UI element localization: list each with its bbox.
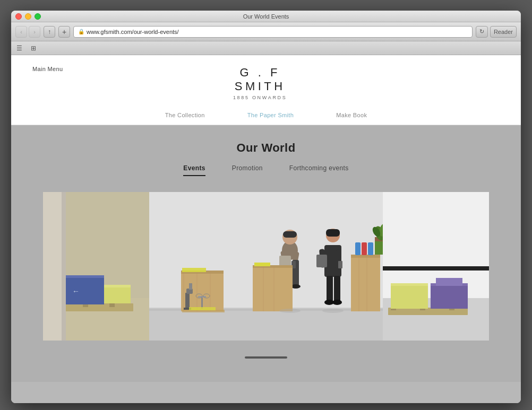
- site-header: Main Menu G . F SMITH 1885 ONWARDS The C…: [11, 55, 521, 125]
- svg-rect-51: [338, 261, 342, 268]
- scroll-indicator: [11, 351, 521, 361]
- svg-point-73: [322, 309, 344, 313]
- carousel-main: [149, 192, 383, 341]
- url-display: www.gfsmith.com/our-world-events/: [87, 29, 179, 35]
- address-bar[interactable]: 🔒 www.gfsmith.com/our-world-events/: [73, 26, 473, 38]
- left-image: ←: [43, 192, 149, 341]
- back-button[interactable]: ‹: [15, 26, 27, 38]
- svg-rect-58: [362, 242, 367, 255]
- svg-rect-84: [431, 285, 468, 309]
- toolbar-right: ↻ Reader: [476, 26, 517, 38]
- svg-rect-23: [185, 293, 190, 309]
- nav-make-book[interactable]: Make Book: [336, 112, 367, 118]
- url-domain: www.gfsmith.com: [87, 29, 132, 35]
- svg-rect-9: [104, 285, 131, 287]
- website: Main Menu G . F SMITH 1885 ONWARDS The C…: [11, 55, 521, 382]
- logo-line1: G . F: [240, 66, 280, 79]
- plus-icon: +: [62, 28, 66, 36]
- nav-the-paper-smith[interactable]: The Paper Smith: [247, 112, 294, 118]
- forward-icon: ›: [33, 29, 36, 35]
- svg-rect-83: [391, 283, 428, 286]
- scroll-bar: [245, 356, 287, 359]
- carousel-left: ←: [43, 192, 149, 341]
- nav-the-collection[interactable]: The Collection: [165, 112, 205, 118]
- refresh-icon: ↻: [479, 28, 484, 35]
- header-top: Main Menu G . F SMITH 1885 ONWARDS: [32, 66, 500, 100]
- back-icon: ‹: [20, 29, 22, 35]
- svg-rect-33: [283, 231, 297, 238]
- share-button[interactable]: ↑: [44, 26, 55, 38]
- main-image: [149, 192, 383, 341]
- logo: G . F SMITH 1885 ONWARDS: [63, 66, 457, 100]
- nav-buttons: ‹ ›: [15, 26, 40, 38]
- svg-rect-11: [43, 192, 62, 341]
- carousel: ←: [11, 192, 521, 341]
- svg-rect-47: [327, 276, 333, 302]
- page-content: Main Menu G . F SMITH 1885 ONWARDS The C…: [11, 55, 521, 403]
- svg-rect-59: [368, 242, 373, 255]
- logo-text: G . F SMITH: [63, 66, 457, 94]
- reader-label: Reader: [494, 29, 513, 35]
- tab-promotion[interactable]: Promotion: [232, 164, 263, 176]
- main-menu-link[interactable]: Main Menu: [32, 66, 63, 72]
- svg-rect-8: [104, 286, 131, 303]
- svg-rect-57: [355, 242, 361, 255]
- maximize-button[interactable]: [35, 13, 41, 20]
- lock-icon: 🔒: [78, 29, 84, 34]
- logo-line2: SMITH: [235, 80, 286, 93]
- svg-rect-71: [189, 307, 216, 310]
- svg-rect-60: [375, 240, 383, 255]
- url-path: /our-world-events/: [132, 29, 179, 35]
- svg-rect-53: [351, 256, 380, 311]
- svg-rect-44: [326, 229, 340, 237]
- svg-point-50: [332, 300, 342, 305]
- toolbar: ‹ › ↑ + 🔒 www.gfsmith.com/our-world-even…: [11, 22, 521, 41]
- browser-window: Our World Events ‹ › ↑ + 🔒 www.gfsmith.c…: [11, 11, 521, 403]
- svg-text:←: ←: [72, 287, 80, 295]
- svg-rect-77: [383, 266, 489, 271]
- svg-rect-52: [316, 255, 327, 267]
- add-tab-button[interactable]: +: [58, 26, 70, 38]
- carousel-track: ←: [11, 192, 521, 341]
- tabs: Events Promotion Forthcoming events: [11, 164, 521, 176]
- logo-tagline: 1885 ONWARDS: [63, 95, 457, 100]
- tab-events[interactable]: Events: [183, 164, 205, 176]
- tab-forthcoming-events[interactable]: Forthcoming events: [289, 164, 349, 176]
- svg-rect-86: [436, 278, 462, 286]
- share-icon: ↑: [48, 28, 51, 36]
- svg-rect-26: [189, 283, 192, 290]
- forward-button[interactable]: ›: [29, 26, 40, 38]
- svg-rect-12: [62, 192, 66, 341]
- svg-rect-82: [391, 285, 428, 309]
- svg-rect-48: [334, 276, 340, 302]
- svg-rect-78: [388, 308, 468, 315]
- right-image: [383, 192, 489, 341]
- main-nav: The Collection The Paper Smith Make Book: [32, 106, 500, 125]
- svg-rect-27: [201, 297, 203, 309]
- svg-rect-15: [149, 309, 383, 341]
- content-area: Our World Events Promotion Forthcoming e…: [11, 125, 521, 382]
- minimize-button[interactable]: [25, 13, 31, 20]
- carousel-right: [383, 192, 489, 341]
- svg-rect-65: [253, 266, 293, 311]
- reader-button[interactable]: Reader: [490, 26, 517, 38]
- bookmarks-icon[interactable]: ☰: [16, 45, 22, 52]
- svg-rect-22: [182, 268, 206, 272]
- traffic-lights: [15, 13, 41, 20]
- svg-point-72: [279, 309, 301, 313]
- refresh-button[interactable]: ↻: [476, 26, 488, 38]
- page-title: Our World: [11, 141, 521, 155]
- title-bar: Our World Events: [11, 11, 521, 22]
- grid-icon[interactable]: ⊞: [31, 45, 36, 52]
- close-button[interactable]: [15, 13, 22, 20]
- svg-rect-69: [254, 263, 270, 266]
- window-title: Our World Events: [243, 13, 289, 20]
- bookmarks-bar: ☰ ⊞: [11, 41, 521, 55]
